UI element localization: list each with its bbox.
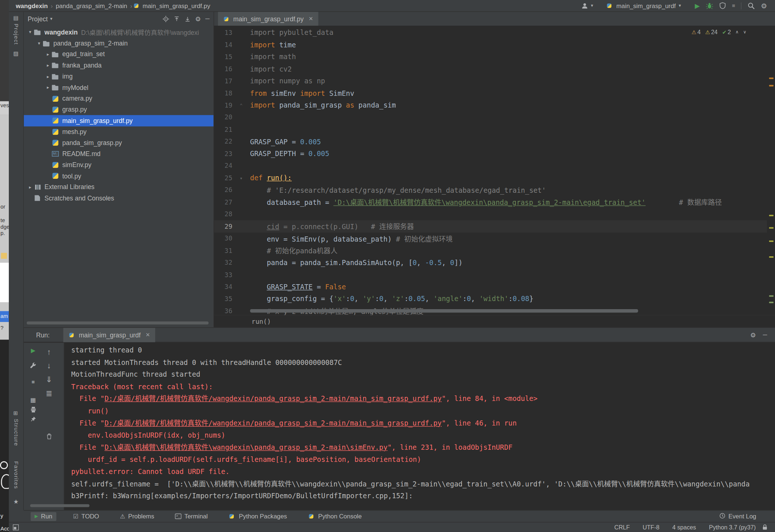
debug-button[interactable]: [706, 2, 713, 9]
tree-item-mymodel[interactable]: ▸myModel: [24, 82, 214, 93]
prev-problem-icon[interactable]: ∧: [735, 30, 739, 34]
next-problem-icon[interactable]: ∨: [743, 30, 746, 34]
fold-marker-icon[interactable]: ▾: [232, 175, 250, 181]
chevron-right-icon[interactable]: ▸: [27, 185, 34, 189]
toolwindow-button-event-log[interactable]: Event Log: [715, 511, 760, 521]
chevron-right-icon[interactable]: ▸: [44, 52, 51, 57]
stripe-tab-project[interactable]: Project: [13, 24, 19, 45]
breadcrumb-project[interactable]: wangdexin: [16, 2, 48, 9]
stripe-tab-favorites[interactable]: Favorites: [13, 461, 19, 489]
hide-run-panel-button[interactable]: ─: [763, 332, 767, 338]
status-item-crlf[interactable]: CRLF: [614, 524, 630, 531]
toolwindow-button-python-console[interactable]: Python Console: [304, 512, 366, 521]
toolwindow-button-python-packages[interactable]: Python Packages: [225, 512, 291, 521]
down-stack-trace-button[interactable]: ↓: [44, 362, 53, 370]
run-settings-gear-button[interactable]: ⚙: [750, 332, 756, 338]
code-line-15[interactable]: 15import math: [214, 51, 767, 63]
editor-error-stripe[interactable]: [767, 27, 775, 317]
toolwindow-button-terminal[interactable]: Terminal: [171, 512, 212, 521]
soft-wrap-button[interactable]: ≣: [44, 389, 53, 398]
tree-item-panda-grasp-sim-2-main[interactable]: ▾panda_grasp_sim_2-main: [24, 38, 214, 49]
restore-layout-button[interactable]: ▦: [29, 395, 37, 404]
stacktrace-file-link[interactable]: D:\桌面\机械臂\机械臂仿真软件\wangdexin\panda_grasp_…: [104, 444, 387, 452]
tree-item-external-libraries[interactable]: ▸External Libraries: [24, 181, 214, 192]
breadcrumb-folder[interactable]: panda_grasp_sim_2-main: [56, 2, 127, 9]
tree-item-mesh-py[interactable]: mesh.py: [24, 126, 214, 137]
toolwindow-switcher-icon[interactable]: [13, 524, 19, 530]
close-tab-icon[interactable]: ✕: [309, 15, 313, 22]
fold-marker-icon[interactable]: ⌃: [232, 102, 250, 108]
coverage-button[interactable]: [719, 2, 726, 9]
edit-configuration-wrench-button[interactable]: [29, 361, 37, 370]
context-function[interactable]: run(): [252, 318, 271, 325]
stop-button[interactable]: ■: [732, 3, 735, 8]
close-tab-icon[interactable]: ✕: [146, 332, 150, 338]
code-line-23[interactable]: 23GRASP_DEPTH = 0.005: [214, 148, 767, 160]
project-view-select[interactable]: Project ▾: [28, 15, 52, 22]
chevron-down-icon[interactable]: ▾: [36, 41, 43, 46]
rerun-button[interactable]: ▶: [29, 346, 37, 355]
tree-item-img[interactable]: ▸img: [24, 71, 214, 82]
console-output[interactable]: starting thread 0started MotionThreads t…: [65, 343, 775, 510]
code-line-29[interactable]: 29 cid = p.connect(p.GUI) # 连接服务器: [214, 220, 767, 232]
tree-item-wangdexin[interactable]: ▾wangdexinD:\桌面\机械臂\机械臂仿真软件\wangdexi: [24, 27, 214, 38]
expand-all-button[interactable]: [184, 15, 190, 22]
tree-item-simenv-py[interactable]: simEnv.py: [24, 159, 214, 170]
stacktrace-file-link[interactable]: D:/桌面/机械臂/机械臂仿真软件/wangdexin/panda_grasp_…: [104, 395, 442, 403]
tree-item-tool-py[interactable]: tool.py: [24, 170, 214, 181]
code-line-32[interactable]: 32 panda = panda_sim.PandaSimAuto(p, [0,…: [214, 257, 767, 269]
run-tab[interactable]: main_sim_grasp_urdf ✕: [64, 327, 155, 342]
panel-settings-gear-button[interactable]: ⚙: [195, 15, 201, 22]
project-toolwindow-icon[interactable]: ▤: [13, 15, 18, 21]
tree-item-scratches-and-consoles[interactable]: Scratches and Consoles: [24, 192, 214, 203]
toolwindow-button-todo[interactable]: ☑TODO: [69, 512, 103, 521]
code-line-31[interactable]: 31 # 初始化panda机器人: [214, 245, 767, 257]
clear-console-button[interactable]: [44, 432, 53, 441]
code-line-35[interactable]: 35 grasp_config = {'x':0, 'y':0, 'z':0.0…: [214, 293, 767, 305]
toolwindow-button-problems[interactable]: ⚠Problems: [116, 512, 158, 521]
inspections-widget[interactable]: ⚠4 ⚠24 ✔2 ∧ ∨: [692, 29, 746, 36]
code-line-14[interactable]: 14import time: [214, 39, 767, 51]
editor-tab-main-sim-grasp-urdf[interactable]: main_sim_grasp_urdf.py ✕: [218, 12, 318, 26]
chevron-right-icon[interactable]: ▸: [44, 74, 51, 79]
code-line-17[interactable]: 17import numpy as np: [214, 75, 767, 87]
tree-item-franka-panda[interactable]: ▸franka_panda: [24, 60, 214, 71]
breadcrumb-file[interactable]: main_sim_grasp_urdf.py: [143, 2, 210, 9]
structure-toolwindow-icon[interactable]: ⊞: [13, 410, 18, 416]
chevron-right-icon[interactable]: ▸: [44, 85, 51, 90]
commit-toolwindow-icon[interactable]: ▨: [13, 50, 18, 57]
code-line-22[interactable]: 22GRASP_GAP = 0.005: [214, 135, 767, 148]
code-line-34[interactable]: 34 GRASP_STATE = False: [214, 281, 767, 293]
readonly-lock-icon[interactable]: [762, 524, 768, 530]
stripe-tab-structure[interactable]: Structure: [13, 419, 19, 446]
code-line-19[interactable]: 19⌃import panda_sim_grasp as panda_sim: [214, 99, 767, 111]
code-line-13[interactable]: 13import pybullet_data: [214, 27, 767, 39]
search-everywhere-button[interactable]: [747, 2, 755, 9]
scroll-to-end-button[interactable]: ⇓: [44, 375, 53, 384]
status-item-python-3-7-py37-[interactable]: Python 3.7 (py37): [709, 524, 756, 531]
editor-hscrollbar[interactable]: [250, 309, 638, 312]
favorites-star-icon[interactable]: ★: [13, 498, 18, 505]
code-line-33[interactable]: 33: [214, 269, 767, 281]
collapse-all-button[interactable]: [173, 15, 180, 22]
console-hscrollbar[interactable]: [30, 504, 89, 507]
code-line-24[interactable]: 24: [214, 160, 767, 172]
code-line-28[interactable]: 28: [214, 208, 767, 220]
stop-process-button[interactable]: ■: [29, 377, 37, 386]
tree-item-readme-md[interactable]: README.md: [24, 148, 214, 159]
chevron-down-icon[interactable]: ▾: [27, 30, 34, 35]
run-button[interactable]: ▶: [695, 3, 700, 9]
tree-item-main-sim-grasp-urdf-py[interactable]: main_sim_grasp_urdf.py: [24, 115, 214, 126]
code-line-18[interactable]: 18from simEnv import SimEnv: [214, 87, 767, 99]
code-line-26[interactable]: 26 # 'E:/research/dataset/grasp/my_dense…: [214, 184, 767, 196]
code-line-27[interactable]: 27 database_path = 'D:\桌面\机械臂\机械臂仿真软件\wa…: [214, 196, 767, 208]
hide-panel-button[interactable]: ─: [205, 16, 209, 22]
run-configuration-select[interactable]: main_sim_grasp_urdf ▾: [606, 2, 681, 9]
code-line-16[interactable]: 16import cv2: [214, 63, 767, 75]
tree-item-camera-py[interactable]: camera.py: [24, 93, 214, 104]
locate-file-button[interactable]: [162, 15, 169, 22]
status-item-utf-8[interactable]: UTF-8: [643, 524, 660, 531]
toolwindow-button-run[interactable]: ▶Run: [31, 512, 56, 521]
up-stack-trace-button[interactable]: ↑: [44, 348, 53, 357]
code-line-30[interactable]: 30 env = SimEnv(p, database_path) # 初始化虚…: [214, 232, 767, 245]
